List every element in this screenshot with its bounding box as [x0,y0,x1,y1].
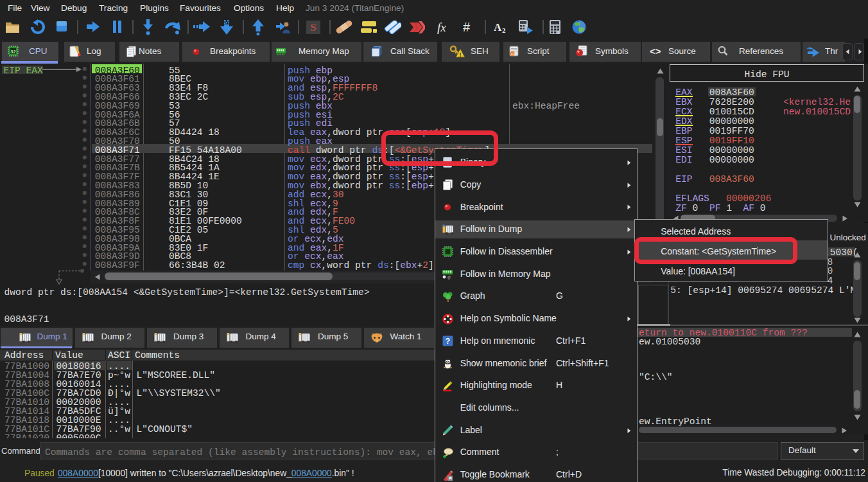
svg-text:o: o [511,51,514,57]
svg-text:S: S [310,21,316,33]
svg-text:<>: <> [650,46,661,56]
svg-text:#: # [463,20,471,34]
svg-text:A: A [494,21,502,33]
svg-text:@: @ [447,274,451,280]
svg-text:2: 2 [502,26,506,34]
svg-text:32: 32 [10,49,15,55]
svg-text:?: ? [446,337,450,346]
svg-text:!: ! [460,51,462,58]
svg-text:fx: fx [437,21,446,34]
